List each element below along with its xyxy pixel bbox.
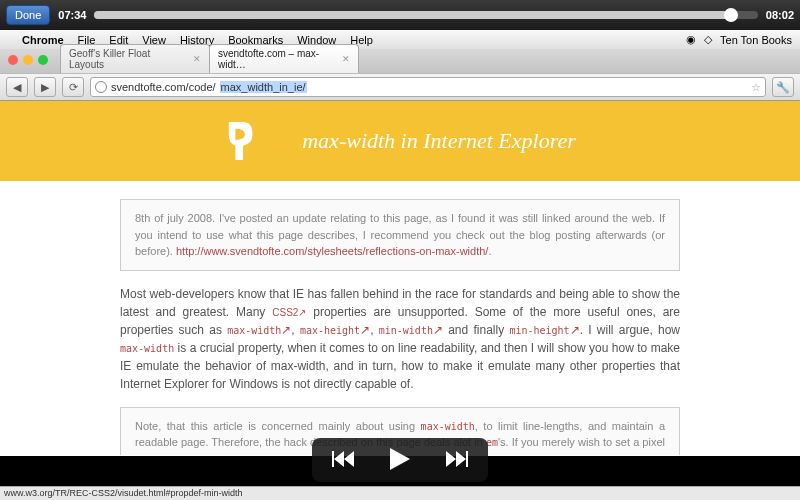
notice-link[interactable]: http://www.svendtofte.com/stylesheets/re… bbox=[176, 245, 488, 257]
n2-a: Note, that this article is concerned mai… bbox=[135, 420, 421, 432]
scrubber-knob[interactable] bbox=[724, 8, 738, 22]
done-button[interactable]: Done bbox=[6, 5, 50, 25]
code-maxw: max-width bbox=[120, 343, 174, 354]
next-button[interactable] bbox=[442, 449, 468, 471]
zoom-window-button[interactable] bbox=[38, 55, 48, 65]
p1-e: is a crucial property, when it comes to … bbox=[120, 341, 680, 391]
url-host: svendtofte.com/code/ bbox=[111, 81, 216, 93]
back-button[interactable]: ◀ bbox=[6, 77, 28, 97]
tab-title: Geoff's Killer Float Layouts bbox=[69, 48, 187, 70]
forward-button[interactable]: ▶ bbox=[34, 77, 56, 97]
elapsed-time: 07:34 bbox=[58, 9, 86, 21]
play-button[interactable] bbox=[388, 446, 412, 474]
reload-button[interactable]: ⟳ bbox=[62, 77, 84, 97]
close-window-button[interactable] bbox=[8, 55, 18, 65]
maxheight-link[interactable]: max-height↗ bbox=[300, 323, 370, 337]
close-tab-icon[interactable]: ✕ bbox=[193, 54, 201, 64]
close-tab-icon[interactable]: ✕ bbox=[342, 54, 350, 64]
diamond-icon[interactable]: ◇ bbox=[704, 33, 712, 46]
account-label[interactable]: Ten Ton Books bbox=[720, 34, 792, 46]
playback-controls bbox=[312, 438, 488, 482]
bookmark-star-icon[interactable]: ☆ bbox=[751, 81, 761, 94]
tab-1[interactable]: svendtofte.com – max-widt… ✕ bbox=[209, 44, 359, 73]
minheight-link[interactable]: min-height↗ bbox=[509, 323, 579, 337]
scrubber-fill bbox=[94, 11, 731, 19]
tabstrip: Geoff's Killer Float Layouts ✕ svendtoft… bbox=[0, 49, 800, 73]
paragraph-main: Most web-developers know that IE has fal… bbox=[120, 285, 680, 393]
site-logo bbox=[224, 117, 262, 165]
tab-title: svendtofte.com – max-widt… bbox=[218, 48, 336, 70]
prev-button[interactable] bbox=[332, 449, 358, 471]
url-selected: max_width_in_ie/ bbox=[220, 81, 307, 93]
wrench-icon[interactable]: 🔧 bbox=[772, 77, 794, 97]
address-bar[interactable]: svendtofte.com/code/max_width_in_ie/ ☆ bbox=[90, 77, 766, 97]
globe-icon bbox=[95, 81, 107, 93]
p1-d: . I will argue, how bbox=[580, 323, 680, 337]
total-time: 08:02 bbox=[766, 9, 794, 21]
tab-0[interactable]: Geoff's Killer Float Layouts ✕ bbox=[60, 44, 210, 73]
update-notice: 8th of july 2008. I've posted an update … bbox=[120, 199, 680, 271]
maxwidth-link[interactable]: max-width↗ bbox=[227, 323, 291, 337]
page-title: max-width in Internet Explorer bbox=[302, 128, 576, 154]
p1-c: and finally bbox=[443, 323, 509, 337]
minwidth-link[interactable]: min-width↗ bbox=[379, 323, 443, 337]
browser-toolbar: ◀ ▶ ⟳ svendtofte.com/code/max_width_in_i… bbox=[0, 73, 800, 101]
eye-icon[interactable]: ◉ bbox=[686, 33, 696, 46]
page-viewport: max-width in Internet Explorer 8th of ju… bbox=[0, 101, 800, 455]
status-bar: www.w3.org/TR/REC-CSS2/visudet.html#prop… bbox=[0, 486, 800, 500]
app-name[interactable]: Chrome bbox=[22, 34, 64, 46]
minimize-window-button[interactable] bbox=[23, 55, 33, 65]
video-scrubber[interactable] bbox=[94, 11, 757, 19]
css2-link[interactable]: CSS2↗ bbox=[272, 307, 306, 318]
code-maxw2: max-width bbox=[421, 421, 475, 432]
page-hero: max-width in Internet Explorer bbox=[0, 101, 800, 181]
